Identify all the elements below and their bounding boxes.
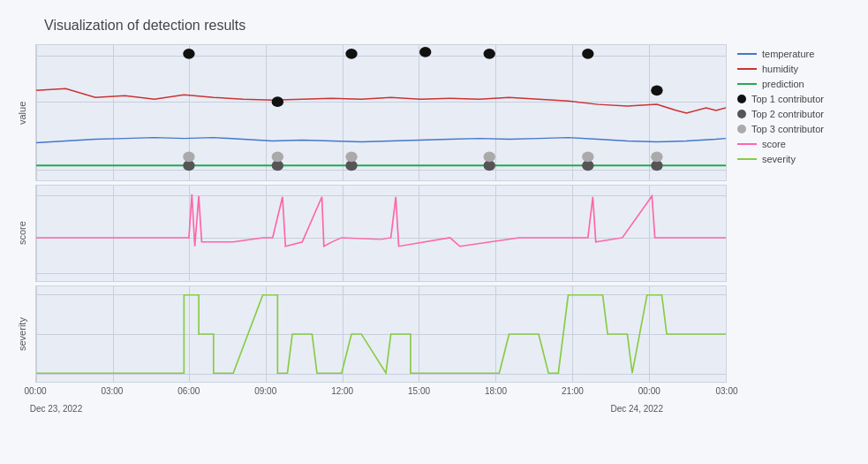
mid-chart-svg — [36, 186, 726, 281]
x-label-2: 06:00 — [177, 386, 200, 396]
legend-temperature: temperature — [737, 49, 859, 59]
legend-top3: Top 3 contributor — [737, 124, 859, 134]
top-chart-row: value — [9, 44, 727, 181]
x-label-5: 15:00 — [408, 386, 430, 396]
svg-point-4 — [484, 49, 495, 59]
legend-top3-label: Top 3 contributor — [751, 124, 824, 134]
x-label-9: 03:00 — [715, 386, 737, 396]
legend-prediction-label: prediction — [762, 79, 804, 89]
legend-top3-dot — [737, 125, 746, 133]
charts-container: value — [9, 44, 859, 416]
svg-point-0 — [183, 49, 194, 59]
legend-top2: Top 2 contributor — [737, 109, 859, 119]
legend: temperature humidity prediction Top 1 co… — [727, 44, 859, 416]
x-label-8: 00:00 — [638, 386, 660, 396]
page: Visualization of detection results value — [0, 0, 868, 464]
legend-prediction: prediction — [737, 79, 859, 89]
top-y-label: value — [9, 44, 35, 181]
svg-point-1 — [272, 96, 283, 107]
x-label-4: 12:00 — [331, 386, 353, 396]
bot-chart-area: 1 0.5 0 — [35, 285, 727, 383]
svg-point-2 — [345, 49, 357, 59]
x-date-label-dec24: Dec 24, 2022 — [610, 404, 663, 414]
legend-top1-dot — [737, 95, 746, 103]
svg-point-18 — [651, 151, 662, 162]
x-label-6: 18:00 — [485, 386, 507, 396]
page-title: Visualization of detection results — [44, 18, 859, 34]
legend-humidity-line — [737, 68, 757, 70]
legend-humidity: humidity — [737, 64, 859, 74]
x-label-7: 21:00 — [562, 386, 584, 396]
legend-top2-dot — [737, 110, 746, 118]
mid-chart-area: 1.5 1 — [35, 185, 727, 282]
legend-top2-label: Top 2 contributor — [751, 109, 824, 119]
legend-score: score — [737, 139, 859, 149]
legend-prediction-line — [737, 83, 757, 85]
svg-point-15 — [345, 151, 357, 162]
mid-chart-row: score 1.5 1 — [9, 185, 727, 282]
legend-severity-line — [737, 158, 757, 160]
legend-top1-label: Top 1 contributor — [751, 94, 824, 104]
x-label-1: 03:00 — [101, 386, 123, 396]
x-label-0: 00:00 — [24, 386, 46, 396]
legend-score-line — [737, 143, 757, 145]
legend-severity-label: severity — [762, 154, 796, 164]
legend-severity: severity — [737, 154, 859, 164]
x-label-3: 09:00 — [254, 386, 276, 396]
bot-chart-row: severity 1 0.5 0 — [9, 285, 727, 383]
x-time-labels: 00:00 03:00 06:00 09:00 12:00 15:00 18:0… — [35, 386, 727, 400]
svg-point-14 — [272, 151, 283, 162]
top-chart-area: 100 50 0 — [35, 44, 727, 181]
charts-left: value — [9, 44, 727, 416]
legend-temperature-label: temperature — [762, 49, 814, 59]
legend-score-label: score — [762, 139, 786, 149]
legend-top1: Top 1 contributor — [737, 94, 859, 104]
svg-point-16 — [484, 151, 495, 162]
legend-humidity-label: humidity — [762, 64, 798, 74]
bot-chart-svg — [36, 286, 726, 382]
legend-temperature-line — [737, 53, 757, 55]
svg-point-6 — [651, 85, 662, 95]
top-chart-svg — [36, 45, 726, 180]
svg-point-3 — [419, 47, 431, 57]
svg-point-5 — [582, 49, 593, 59]
x-date-label-dec23: Dec 23, 2022 — [30, 404, 83, 414]
svg-point-13 — [183, 151, 194, 162]
bot-y-label: severity — [9, 285, 35, 383]
mid-y-label: score — [9, 185, 35, 282]
svg-point-17 — [582, 151, 593, 162]
x-date-labels: Dec 23, 2022 Dec 24, 2022 — [35, 404, 727, 416]
